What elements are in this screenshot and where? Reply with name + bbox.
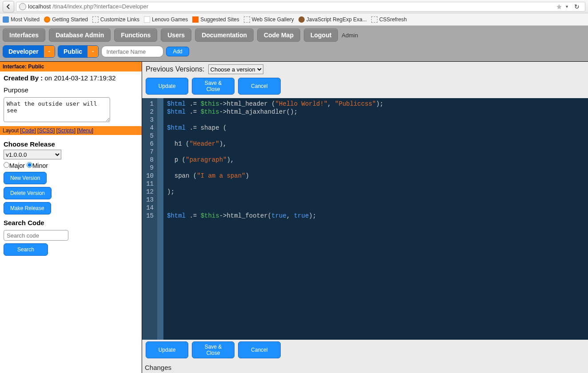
major-radio[interactable] xyxy=(4,162,9,168)
main-nav: Interfaces Database Admin Functions User… xyxy=(0,26,588,44)
sub-nav: Developer - Public - Add xyxy=(0,44,588,61)
page-icon xyxy=(144,16,150,23)
add-interface-button[interactable]: Add xyxy=(166,47,189,56)
gutter-strip xyxy=(157,98,163,340)
tab-developer-label: Developer xyxy=(3,46,44,57)
layout-link-scripts[interactable]: Scripts xyxy=(58,127,74,134)
tab-public-label: Public xyxy=(58,46,87,57)
previous-versions-select[interactable]: Choose a version xyxy=(208,64,263,74)
editor-top-bar: Previous Versions: Choose a version xyxy=(142,62,588,76)
delete-version-button[interactable]: Delete Version xyxy=(4,187,52,199)
make-release-button[interactable]: Make Release xyxy=(4,202,51,214)
update-button-top[interactable]: Update xyxy=(146,78,188,95)
interface-name-input[interactable] xyxy=(101,46,163,57)
nav-interfaces[interactable]: Interfaces xyxy=(3,28,45,42)
owl-icon xyxy=(298,16,305,23)
cancel-button-top[interactable]: Cancel xyxy=(238,78,281,95)
bookmark-getting-started[interactable]: Getting Started xyxy=(44,16,88,23)
release-select[interactable]: v1.0.0.0 xyxy=(4,150,61,159)
minor-radio-label[interactable]: Minor xyxy=(27,162,48,169)
save-close-button-top[interactable]: Save & Close xyxy=(192,78,234,95)
search-code-label: Search Code xyxy=(4,219,138,226)
browser-toolbar: localhost/tina4/index.php?interface=Deve… xyxy=(0,0,588,13)
line-gutter: 1 2 3 4 5 6 7 8 9 10 11 12 13 14 15 xyxy=(142,98,157,340)
choose-release-label: Choose Release xyxy=(4,140,138,148)
search-button[interactable]: Search xyxy=(4,243,48,256)
nav-logout[interactable]: Logout xyxy=(304,28,338,42)
admin-label: Admin xyxy=(342,32,358,39)
bookmark-web-slice[interactable]: Web Slice Gallery xyxy=(244,16,294,23)
url-dropdown-icon[interactable]: ▾ xyxy=(564,4,570,9)
tab-developer-remove[interactable]: - xyxy=(44,46,55,57)
bookmark-most-visited[interactable]: Most Visited xyxy=(3,16,40,23)
editor-panel: Previous Versions: Choose a version Upda… xyxy=(142,62,588,373)
purpose-label: Purpose xyxy=(4,86,138,94)
version-type-group: Major Minor xyxy=(4,162,138,169)
tab-public[interactable]: Public - xyxy=(58,45,99,58)
url-domain: localhost xyxy=(28,3,51,10)
layout-link-code[interactable]: Code xyxy=(22,127,35,134)
flag-icon xyxy=(192,16,199,23)
sidebar-title: Interface: Public xyxy=(0,62,142,71)
changes-label: Changes xyxy=(142,362,588,373)
reload-icon[interactable]: ↻ xyxy=(572,3,582,10)
created-by: Created By : on 2014-03-12 17:19:32 xyxy=(4,74,138,82)
page-icon xyxy=(92,16,99,23)
previous-versions-label: Previous Versions: xyxy=(146,65,205,73)
tab-developer[interactable]: Developer - xyxy=(3,45,55,58)
bookmark-regexp[interactable]: JavaScript RegExp Exa... xyxy=(298,16,367,23)
nav-users[interactable]: Users xyxy=(161,28,191,42)
bookmark-icon xyxy=(3,16,9,23)
layout-link-menu[interactable]: Menu xyxy=(79,127,92,134)
new-version-button[interactable]: New Version xyxy=(4,172,47,184)
created-by-label: Created By : xyxy=(4,74,43,82)
url-bar[interactable]: localhost/tina4/index.php?interface=Deve… xyxy=(16,2,585,12)
globe-icon xyxy=(19,3,26,10)
bookmark-bar: Most Visited Getting Started Customize L… xyxy=(0,13,588,26)
bookmark-customize-links[interactable]: Customize Links xyxy=(92,16,139,23)
nav-functions[interactable]: Functions xyxy=(114,28,157,42)
save-close-button-bottom[interactable]: Save & Close xyxy=(192,341,234,358)
created-by-value: on 2014-03-12 17:19:32 xyxy=(45,74,116,82)
sidebar: Interface: Public Created By : on 2014-0… xyxy=(0,62,142,373)
editor-button-row-top: Update Save & Close Cancel xyxy=(142,76,588,98)
page-icon xyxy=(371,16,377,23)
tab-public-remove[interactable]: - xyxy=(87,46,98,57)
layout-link-scss[interactable]: SCSS xyxy=(39,127,53,134)
cancel-button-bottom[interactable]: Cancel xyxy=(238,341,281,358)
firefox-icon xyxy=(44,16,50,23)
minor-radio[interactable] xyxy=(27,162,32,168)
url-path: /tina4/index.php?interface=Developer xyxy=(52,3,148,10)
search-code-input[interactable] xyxy=(4,230,68,241)
nav-database-admin[interactable]: Database Admin xyxy=(49,28,111,42)
update-button-bottom[interactable]: Update xyxy=(146,341,188,358)
bookmark-star-icon[interactable] xyxy=(556,4,562,10)
editor-button-row-bottom: Update Save & Close Cancel xyxy=(142,340,588,362)
code-content[interactable]: $html .= $this->html_header ("Hello Worl… xyxy=(163,98,387,340)
page-icon xyxy=(244,16,250,23)
layout-label: Layout xyxy=(3,127,19,134)
bookmark-cssrefresh[interactable]: CSSrefresh xyxy=(371,16,407,23)
content-area: Interface: Public Created By : on 2014-0… xyxy=(0,61,588,373)
nav-documentation[interactable]: Documentation xyxy=(195,28,254,42)
nav-code-map[interactable]: Code Map xyxy=(257,28,300,42)
bookmark-suggested-sites[interactable]: Suggested Sites xyxy=(192,16,239,23)
major-radio-label[interactable]: Major xyxy=(4,162,25,169)
back-button[interactable] xyxy=(3,1,14,12)
bookmark-lenovo-games[interactable]: Lenovo Games xyxy=(144,16,188,23)
code-editor[interactable]: 1 2 3 4 5 6 7 8 9 10 11 12 13 14 15 $htm… xyxy=(142,98,588,340)
purpose-textarea[interactable] xyxy=(4,97,110,122)
layout-bar: Layout [Code] [SCSS] [Scripts] [Menu] xyxy=(0,126,142,135)
